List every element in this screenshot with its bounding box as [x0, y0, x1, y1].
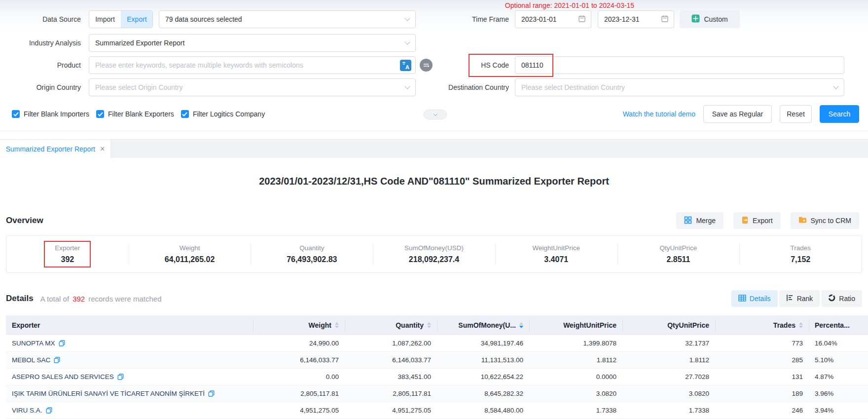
- stat-value: 64,011,265.02: [165, 255, 215, 264]
- custom-date-button[interactable]: Custom: [680, 10, 740, 28]
- import-toggle-button[interactable]: Import: [89, 11, 121, 28]
- stat-content: Quantity76,493,902.83: [276, 241, 348, 267]
- sort-icon[interactable]: [799, 322, 803, 328]
- copy-icon[interactable]: [208, 390, 215, 397]
- exporter-name[interactable]: ASEPRO SALES AND SERVICES: [12, 373, 114, 381]
- cell-qup: 1.8112: [622, 356, 715, 364]
- checkbox-label: Filter Logitics Company: [193, 110, 265, 118]
- start-date-value: 2023-01-01: [521, 15, 557, 23]
- time-frame-label: Time Frame: [444, 10, 509, 28]
- ratio-view-button[interactable]: Ratio: [821, 290, 862, 307]
- close-icon[interactable]: ×: [100, 145, 105, 153]
- exporter-name-link[interactable]: MEBOL SAC: [6, 356, 253, 364]
- checkbox-check-icon[interactable]: [96, 110, 104, 118]
- sync-label: Sync to CRM: [811, 217, 851, 225]
- product-keywords-input[interactable]: Please enter keywords, separate multiple…: [89, 56, 416, 74]
- cell-weight: 6,146,033.77: [253, 356, 345, 364]
- end-date-input[interactable]: 2023-12-31: [598, 10, 674, 28]
- copy-icon[interactable]: [54, 357, 60, 363]
- cell-sum: 10,622,654.22: [437, 373, 529, 381]
- start-date-input[interactable]: 2023-01-01: [515, 10, 591, 28]
- copy-icon[interactable]: [59, 340, 65, 346]
- column-header-sumofmoney-u-[interactable]: SumOfMoney(U...: [437, 315, 529, 335]
- industry-analysis-select[interactable]: Summarized Exporter Report: [89, 34, 416, 52]
- sync-to-crm-button[interactable]: Sync to CRM: [791, 212, 859, 229]
- translate-icon[interactable]: A: [400, 60, 411, 71]
- save-as-regular-button[interactable]: Save as Regular: [703, 105, 772, 123]
- cell-qup: 27.7028: [622, 373, 715, 381]
- data-sources-select[interactable]: 79 data sources selected: [159, 10, 416, 28]
- cell-pct: 4.87%: [809, 373, 868, 381]
- cell-trades: 285: [715, 356, 809, 364]
- exporter-name-link[interactable]: SUNOPTA MX: [6, 340, 253, 347]
- sort-icon[interactable]: [335, 322, 339, 328]
- column-label: Percenta...: [815, 321, 850, 329]
- stat-value: 3.4071: [544, 255, 568, 264]
- exporter-name-link[interactable]: IŞIK TARIM ÜRÜNLERİ SANAYİ VE TİCARET AN…: [6, 390, 253, 397]
- cell-trades: 189: [715, 390, 809, 397]
- destination-country-select[interactable]: Please select Destination Country: [515, 78, 844, 96]
- sort-icon[interactable]: [427, 322, 431, 328]
- column-label: Exporter: [12, 321, 40, 329]
- cell-trades: 131: [715, 373, 809, 381]
- stat-content: QtyUnitPrice2.8511: [649, 241, 708, 267]
- checkbox-check-icon[interactable]: [181, 110, 189, 118]
- export-button[interactable]: Export: [733, 212, 780, 229]
- stat-value: 76,493,902.83: [287, 255, 337, 264]
- overview-heading: Overview: [6, 216, 43, 226]
- report-title: 2023/01/01-2023/12/31,HS Code AND"081110…: [0, 176, 868, 190]
- destination-country-label: Destination Country: [434, 78, 509, 96]
- rank-view-button[interactable]: Rank: [779, 290, 820, 307]
- search-button[interactable]: Search: [820, 105, 859, 123]
- export-toggle-button[interactable]: Export: [121, 11, 152, 28]
- tab-summarized-exporter-report[interactable]: Summarized Exporter Report ×: [0, 140, 111, 158]
- exporter-name[interactable]: MEBOL SAC: [12, 356, 50, 364]
- tutorial-demo-link[interactable]: Watch the tutorial demo: [623, 110, 695, 118]
- stat-item: Exporter392: [6, 236, 129, 272]
- copy-icon[interactable]: [117, 374, 124, 380]
- column-header-weight[interactable]: Weight: [253, 315, 345, 335]
- cell-qup: 1.7338: [622, 407, 715, 414]
- copy-icon[interactable]: [46, 407, 52, 414]
- cell-pct: 3.96%: [809, 390, 868, 397]
- cell-quantity: 383,451.00: [345, 373, 437, 381]
- merge-button[interactable]: Merge: [676, 212, 723, 229]
- exporter-name[interactable]: SUNOPTA MX: [12, 340, 55, 347]
- exporter-name[interactable]: VIRU S.A.: [12, 407, 42, 414]
- data-sources-value: 79 data sources selected: [165, 15, 242, 23]
- hs-code-input[interactable]: 081110: [515, 56, 844, 74]
- stat-label: QtyUnitPrice: [660, 244, 697, 252]
- export-label: Export: [753, 217, 772, 225]
- column-label: QtyUnitPrice: [667, 321, 709, 329]
- collapse-filters-button[interactable]: [424, 110, 447, 119]
- origin-country-select[interactable]: Please select Origin Country: [89, 78, 416, 96]
- column-header-quantity[interactable]: Quantity: [345, 315, 437, 335]
- column-label: Quantity: [396, 321, 424, 329]
- svg-text:A: A: [405, 64, 409, 70]
- chevron-down-icon: [404, 39, 410, 44]
- cell-trades: 773: [715, 340, 809, 347]
- rank-icon: [786, 294, 794, 303]
- details-view-button[interactable]: Details: [731, 290, 778, 307]
- exporter-name[interactable]: IŞIK TARIM ÜRÜNLERİ SANAYİ VE TİCARET AN…: [12, 390, 205, 397]
- checkbox-check-icon[interactable]: [12, 110, 20, 118]
- filter-checkbox-0[interactable]: Filter Blank Importers: [12, 110, 89, 118]
- reset-button[interactable]: Reset: [780, 105, 812, 123]
- details-summary: A total of 392 records were matched: [40, 295, 162, 303]
- filter-actions: Watch the tutorial demo Save as Regular …: [623, 105, 859, 123]
- column-header-trades[interactable]: Trades: [715, 315, 809, 335]
- column-header-percenta-: Percenta...: [809, 315, 868, 335]
- filter-checkbox-1[interactable]: Filter Blank Exporters: [96, 110, 174, 118]
- cell-qup: 32.1737: [622, 340, 715, 347]
- checkbox-label: Filter Blank Exporters: [108, 110, 174, 118]
- data-source-toggle: Import Export: [89, 10, 153, 28]
- exporter-name-link[interactable]: VIRU S.A.: [6, 407, 253, 414]
- exporter-name-link[interactable]: ASEPRO SALES AND SERVICES: [6, 373, 253, 381]
- sort-icon[interactable]: [519, 322, 523, 328]
- filter-checkbox-2[interactable]: Filter Logitics Company: [181, 110, 265, 118]
- stat-content: Trades7,152: [779, 241, 822, 267]
- details-row: Details A total of 392 records were matc…: [6, 290, 862, 307]
- product-label: Product: [0, 56, 81, 74]
- exclude-filter-icon[interactable]: [420, 59, 433, 72]
- column-label: WeightUnitPrice: [563, 321, 616, 329]
